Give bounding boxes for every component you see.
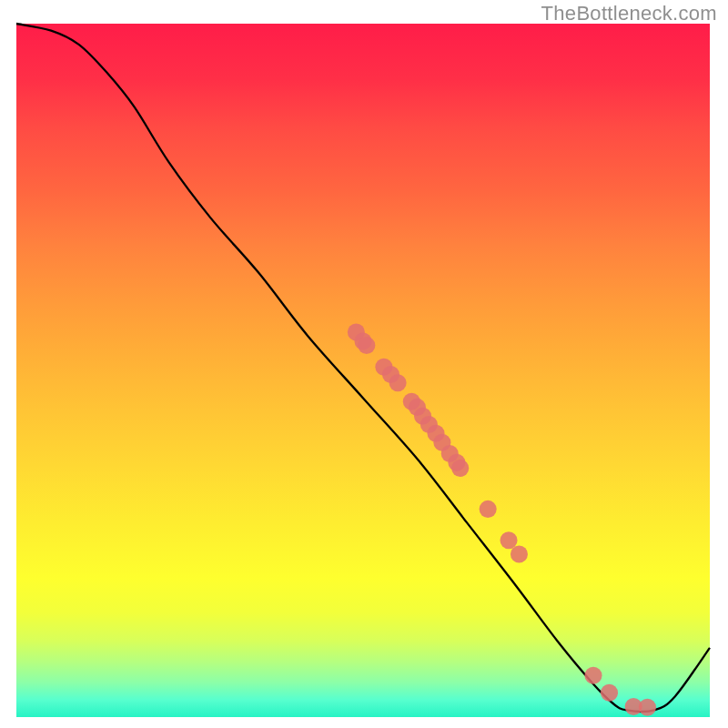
data-marker bbox=[480, 500, 497, 518]
data-marker bbox=[451, 460, 469, 477]
data-marker bbox=[584, 667, 602, 684]
curve-line bbox=[16, 24, 710, 712]
data-marker bbox=[358, 337, 375, 354]
chart-stage: TheBottleneck.com bbox=[0, 0, 728, 728]
markers-group bbox=[348, 324, 656, 716]
data-marker bbox=[500, 531, 517, 549]
data-marker bbox=[511, 545, 528, 562]
plot-area bbox=[16, 24, 710, 717]
data-marker bbox=[601, 684, 618, 702]
chart-svg bbox=[16, 24, 710, 717]
data-marker bbox=[639, 699, 656, 716]
watermark-text: TheBottleneck.com bbox=[541, 2, 717, 25]
data-marker bbox=[389, 374, 407, 391]
